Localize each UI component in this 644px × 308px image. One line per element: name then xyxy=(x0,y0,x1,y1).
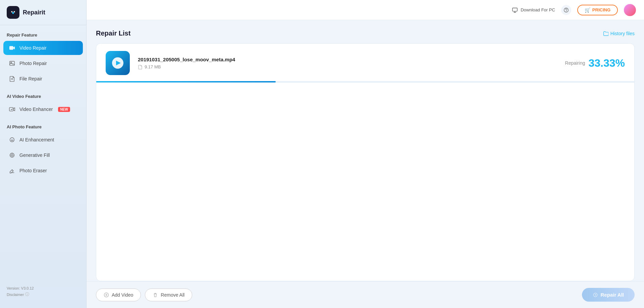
sidebar-item-photo-repair[interactable]: Photo Repair xyxy=(3,56,83,70)
file-status-area: Repairing 33.33% xyxy=(565,57,625,69)
repair-icon xyxy=(593,292,598,298)
cart-icon: 🛒 xyxy=(585,7,590,13)
repair-feature-section-title: Repair Feature xyxy=(0,25,86,40)
headset-icon xyxy=(564,7,569,13)
add-icon xyxy=(104,292,109,298)
sidebar-item-generative-fill-label: Generative Fill xyxy=(19,152,50,158)
sidebar-item-photo-eraser[interactable]: Photo Eraser xyxy=(3,164,83,178)
generative-fill-icon xyxy=(9,152,15,159)
file-list-area: 20191031_205005_lose_moov_meta.mp4 9.17 … xyxy=(96,43,635,281)
sidebar-item-video-enhancer-label: Video Enhancer xyxy=(19,107,53,112)
version-text: Version: V3.0.12 xyxy=(7,286,79,290)
history-files-button[interactable]: History files xyxy=(603,31,635,36)
svg-text:AI: AI xyxy=(11,139,13,142)
repair-all-label: Repair All xyxy=(601,292,624,298)
ai-photo-section-title: AI Photo Feature xyxy=(0,117,86,132)
disclaimer-link[interactable]: Disclaimer ⓘ xyxy=(7,292,79,297)
sidebar-footer: Version: V3.0.12 Disclaimer ⓘ xyxy=(0,282,86,301)
svg-rect-18 xyxy=(513,8,517,11)
file-size-icon xyxy=(138,65,143,69)
svg-line-16 xyxy=(12,170,13,171)
video-repair-icon xyxy=(9,45,15,51)
app-logo: Repairit xyxy=(0,0,86,25)
file-repair-icon xyxy=(9,75,15,82)
download-label: Download For PC xyxy=(521,7,555,12)
history-files-label: History files xyxy=(610,31,635,36)
topbar: Download For PC 🛒 PRICING xyxy=(87,0,644,20)
video-enhancer-icon xyxy=(9,106,15,113)
sidebar-item-photo-eraser-label: Photo Eraser xyxy=(19,168,47,173)
file-thumbnail xyxy=(106,51,130,75)
sidebar-item-generative-fill[interactable]: Generative Fill xyxy=(3,148,83,162)
remove-all-label: Remove All xyxy=(161,292,184,298)
svg-point-11 xyxy=(11,154,13,156)
folder-icon xyxy=(603,31,608,36)
play-triangle-icon xyxy=(116,61,121,65)
svg-rect-7 xyxy=(9,108,13,111)
user-avatar[interactable] xyxy=(624,4,636,16)
add-video-label: Add Video xyxy=(112,292,133,298)
progress-bar-fill xyxy=(96,81,276,82)
sidebar-item-ai-enhancement[interactable]: AI AI Enhancement xyxy=(3,133,83,147)
svg-point-1 xyxy=(12,12,14,14)
sidebar-item-ai-enhancement-label: AI Enhancement xyxy=(19,137,54,142)
sidebar-item-file-repair[interactable]: File Repair xyxy=(3,72,83,86)
app-name: Repairit xyxy=(23,9,45,16)
file-name: 20191031_205005_lose_moov_meta.mp4 xyxy=(138,57,565,62)
pricing-button[interactable]: 🛒 PRICING xyxy=(577,5,618,15)
photo-eraser-icon xyxy=(9,167,15,174)
repair-all-button[interactable]: Repair All xyxy=(582,288,635,302)
svg-point-22 xyxy=(566,11,567,12)
bottombar: Add Video Remove All Repair All xyxy=(87,281,644,308)
repairing-label: Repairing xyxy=(565,60,585,66)
help-button[interactable] xyxy=(561,5,571,15)
bottom-left-buttons: Add Video Remove All xyxy=(96,289,192,301)
pricing-label: PRICING xyxy=(592,7,610,12)
sidebar-item-video-enhancer[interactable]: Video Enhancer NEW xyxy=(3,102,83,116)
file-info: 20191031_205005_lose_moov_meta.mp4 9.17 … xyxy=(138,57,565,69)
add-video-button[interactable]: Add Video xyxy=(96,289,141,301)
new-badge: NEW xyxy=(58,107,70,112)
sidebar: Repairit Repair Feature Video Repair Pho… xyxy=(0,0,87,308)
page-title: Repair List xyxy=(96,29,130,37)
sidebar-item-video-repair-label: Video Repair xyxy=(19,45,47,51)
progress-bar-container xyxy=(96,81,634,82)
logo-icon xyxy=(7,6,19,19)
svg-rect-2 xyxy=(9,46,13,50)
content-area: Repair List History files 20191031_20500… xyxy=(87,20,644,281)
ai-enhancement-icon: AI xyxy=(9,136,15,143)
sidebar-item-file-repair-label: File Repair xyxy=(19,76,42,81)
sidebar-item-photo-repair-label: Photo Repair xyxy=(19,61,47,66)
monitor-icon xyxy=(512,7,518,13)
ai-video-section-title: AI Video Feature xyxy=(0,86,86,102)
info-icon: ⓘ xyxy=(25,292,29,297)
svg-rect-3 xyxy=(10,61,14,66)
repairing-percent: 33.33% xyxy=(588,57,625,69)
file-size-text: 9.17 MB xyxy=(145,64,161,69)
remove-all-button[interactable]: Remove All xyxy=(145,289,192,301)
file-card: 20191031_205005_lose_moov_meta.mp4 9.17 … xyxy=(96,44,634,83)
file-size: 9.17 MB xyxy=(138,64,565,69)
main-content: Download For PC 🛒 PRICING Repair List Hi… xyxy=(87,0,644,308)
svg-point-10 xyxy=(10,153,14,158)
download-for-pc-button[interactable]: Download For PC xyxy=(512,7,555,13)
content-header: Repair List History files xyxy=(96,29,635,37)
play-button[interactable] xyxy=(112,57,123,69)
sidebar-item-video-repair[interactable]: Video Repair xyxy=(3,41,83,55)
photo-repair-icon xyxy=(9,60,15,67)
trash-icon xyxy=(153,292,158,298)
